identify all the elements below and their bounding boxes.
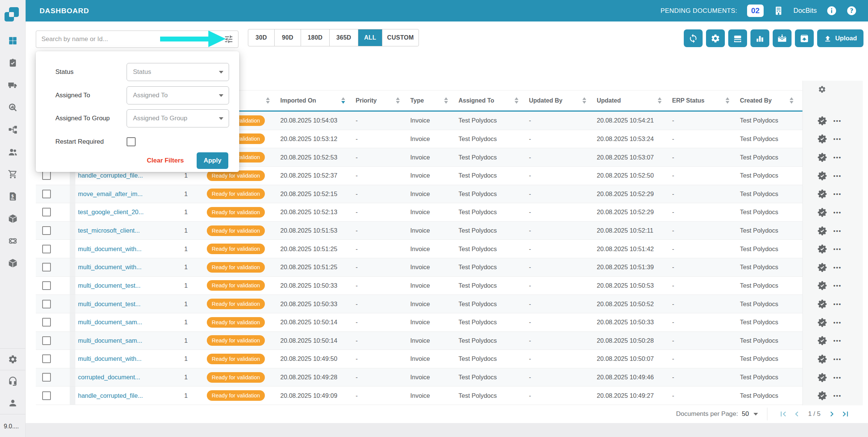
sidebar-item-packages[interactable] xyxy=(0,207,25,230)
row-menu-button[interactable]: ••• xyxy=(833,393,842,399)
refresh-button[interactable] xyxy=(684,29,703,47)
row-menu-button[interactable]: ••• xyxy=(833,191,842,197)
validation-badge-icon[interactable] xyxy=(817,152,827,163)
tab-365d[interactable]: 365D xyxy=(330,29,358,46)
row-menu-button[interactable]: ••• xyxy=(833,356,842,362)
document-link[interactable]: handle_corrupted_file... xyxy=(78,172,143,179)
sidebar-item-users[interactable] xyxy=(0,141,25,163)
sort-icon[interactable] xyxy=(582,97,586,104)
validation-badge-icon[interactable] xyxy=(817,244,827,254)
status-filter-select[interactable]: Status xyxy=(127,63,229,81)
column-header-updated_by[interactable]: Updated By xyxy=(527,90,595,110)
row-checkbox[interactable] xyxy=(42,171,51,180)
validation-badge-icon[interactable] xyxy=(817,281,827,291)
last-page-button[interactable] xyxy=(840,409,850,419)
sidebar-item-analytics[interactable] xyxy=(0,96,25,118)
validation-badge-icon[interactable] xyxy=(817,391,827,401)
validation-badge-icon[interactable] xyxy=(817,189,827,199)
row-menu-button[interactable]: ••• xyxy=(833,337,842,344)
previous-page-button[interactable] xyxy=(792,409,802,419)
row-menu-button[interactable]: ••• xyxy=(833,173,842,179)
document-link[interactable]: handle_corrupted_file... xyxy=(78,392,143,399)
scan-button[interactable] xyxy=(728,29,747,47)
column-header-type[interactable]: Type xyxy=(409,90,457,110)
sidebar-item-support[interactable] xyxy=(0,370,25,392)
restart-required-checkbox[interactable] xyxy=(127,137,136,146)
sort-icon[interactable] xyxy=(658,97,662,104)
sidebar-item-shipments[interactable] xyxy=(0,74,25,96)
clear-filters-button[interactable]: Clear Filters xyxy=(147,157,184,164)
row-checkbox[interactable] xyxy=(42,263,51,271)
per-page-caret-icon[interactable] xyxy=(753,413,758,416)
document-link[interactable]: test_google_client_20... xyxy=(78,209,144,216)
validation-badge-icon[interactable] xyxy=(817,299,827,309)
per-page-value[interactable]: 50 xyxy=(742,410,749,418)
row-menu-button[interactable]: ••• xyxy=(833,118,842,124)
next-page-button[interactable] xyxy=(827,409,837,419)
tab-custom[interactable]: CUSTOM xyxy=(382,29,419,46)
row-menu-button[interactable]: ••• xyxy=(833,374,842,381)
sidebar-item-settings[interactable] xyxy=(0,348,25,370)
validation-badge-icon[interactable] xyxy=(817,171,827,181)
sort-icon[interactable] xyxy=(790,97,793,104)
column-header-imported_on[interactable]: Imported On xyxy=(279,90,354,110)
validation-badge-icon[interactable] xyxy=(817,336,827,346)
sidebar-item-profile[interactable] xyxy=(0,392,25,414)
column-settings[interactable] xyxy=(803,81,863,112)
sort-icon[interactable] xyxy=(444,97,448,104)
document-link[interactable]: move_email_after_im... xyxy=(78,190,143,198)
document-link[interactable]: multi_document_sam... xyxy=(78,319,142,326)
filter-icon[interactable] xyxy=(224,34,234,44)
help-icon[interactable]: ? xyxy=(847,6,857,16)
apply-filters-button[interactable]: Apply xyxy=(197,152,228,169)
row-menu-button[interactable]: ••• xyxy=(833,301,842,307)
sidebar-item-workflow[interactable] xyxy=(0,118,25,141)
row-menu-button[interactable]: ••• xyxy=(833,246,842,252)
row-checkbox[interactable] xyxy=(42,373,51,382)
row-menu-button[interactable]: ••• xyxy=(833,209,842,216)
sidebar-item-integrations[interactable] xyxy=(0,230,25,252)
import-button[interactable] xyxy=(795,29,814,47)
row-menu-button[interactable]: ••• xyxy=(833,319,842,326)
info-icon[interactable] xyxy=(827,6,837,16)
validation-badge-icon[interactable] xyxy=(817,116,827,126)
validation-badge-icon[interactable] xyxy=(817,354,827,364)
settings-button[interactable] xyxy=(706,29,725,47)
row-checkbox[interactable] xyxy=(42,354,51,363)
document-link[interactable]: multi_document_with... xyxy=(78,264,142,271)
row-checkbox[interactable] xyxy=(42,318,51,327)
sidebar-item-invoices[interactable]: $ xyxy=(0,185,25,207)
sort-icon[interactable] xyxy=(515,97,518,104)
validation-badge-icon[interactable] xyxy=(817,262,827,273)
row-checkbox[interactable] xyxy=(42,281,51,290)
validation-badge-icon[interactable] xyxy=(817,207,827,218)
row-checkbox[interactable] xyxy=(42,336,51,345)
search-input[interactable] xyxy=(41,35,224,43)
sort-icon[interactable] xyxy=(396,97,400,104)
row-checkbox[interactable] xyxy=(42,391,51,400)
sidebar-item-dashboard[interactable] xyxy=(0,29,25,52)
tab-all[interactable]: ALL xyxy=(358,29,382,46)
search-box[interactable] xyxy=(36,31,238,48)
document-link[interactable]: test_microsoft_client... xyxy=(78,227,140,234)
tab-180d[interactable]: 180D xyxy=(301,29,330,46)
row-menu-button[interactable]: ••• xyxy=(833,282,842,289)
row-menu-button[interactable]: ••• xyxy=(833,264,842,271)
document-link[interactable]: multi_document_with... xyxy=(78,355,142,362)
assigned-to-group-filter-select[interactable]: Assigned To Group xyxy=(127,109,229,127)
first-page-button[interactable] xyxy=(778,409,788,419)
row-checkbox[interactable] xyxy=(42,226,51,235)
sort-icon[interactable] xyxy=(726,97,729,104)
column-header-assigned_to[interactable]: Assigned To xyxy=(457,90,527,110)
column-header-erp_status[interactable]: ERP Status xyxy=(671,90,738,110)
tab-30d[interactable]: 30D xyxy=(248,29,275,46)
validation-badge-icon[interactable] xyxy=(817,226,827,236)
row-checkbox[interactable] xyxy=(42,300,51,308)
column-header-priority[interactable]: Priority xyxy=(354,90,409,110)
column-header-created_by[interactable]: Created By xyxy=(738,90,802,110)
upload-button[interactable]: Upload xyxy=(817,29,863,47)
document-link[interactable]: multi_document_with... xyxy=(78,245,142,253)
column-header-updated[interactable]: Updated xyxy=(595,90,671,110)
row-menu-button[interactable]: ••• xyxy=(833,136,842,142)
sort-icon[interactable] xyxy=(266,97,270,104)
